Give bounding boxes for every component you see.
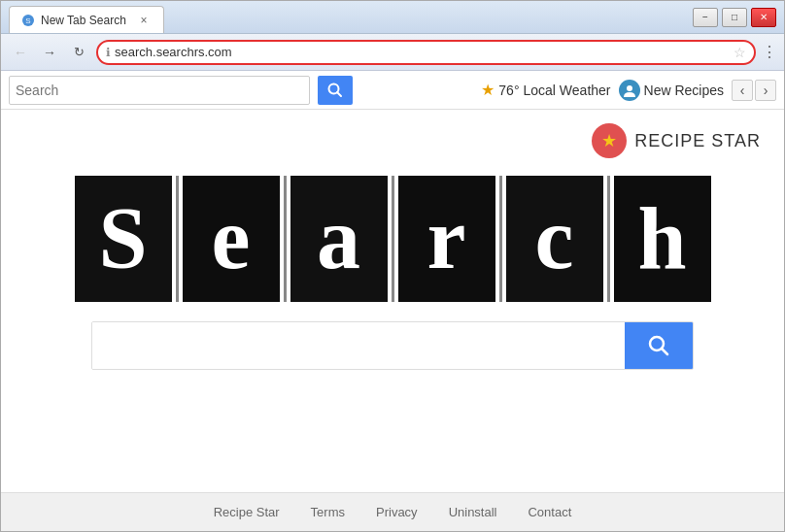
tab-area: S New Tab Search × [9, 1, 689, 33]
main-search-icon [648, 335, 669, 356]
logo-letter-a: a [317, 195, 360, 283]
page-content: ★ RECIPE STAR S e a r c [1, 110, 784, 492]
browser-tab[interactable]: S New Tab Search × [9, 6, 164, 33]
recipe-star-brand: RECIPE STAR [634, 131, 761, 151]
window-controls: − □ ✕ [693, 8, 776, 27]
logo-tile-a: a [290, 176, 388, 302]
prev-arrow-button[interactable]: ‹ [732, 80, 753, 101]
extension-bar: ★ 76° Local Weather New Recipes ‹ › [1, 71, 784, 110]
tile-divider-5 [607, 176, 610, 302]
bookmark-star-icon[interactable]: ☆ [734, 45, 746, 60]
navigation-toolbar: ← → ↻ ℹ search.searchrs.com ☆ ⋮ [1, 34, 784, 71]
weather-temp: 76° [498, 83, 519, 98]
refresh-button[interactable]: ↻ [67, 41, 90, 64]
svg-line-6 [662, 349, 667, 354]
footer-link-contact[interactable]: Contact [528, 505, 571, 519]
minimize-button[interactable]: − [693, 8, 718, 27]
recipes-widget[interactable]: New Recipes [619, 80, 724, 101]
person-icon [623, 83, 636, 97]
recipe-label-part2: STAR [705, 131, 761, 150]
close-button[interactable]: ✕ [751, 8, 776, 27]
logo-letter-r: r [427, 195, 466, 283]
tile-divider-3 [392, 176, 394, 302]
footer-link-recipe-star[interactable]: Recipe Star [214, 505, 280, 519]
tile-divider-4 [499, 176, 502, 302]
tab-favicon: S [21, 14, 35, 27]
browser-menu-button[interactable]: ⋮ [762, 43, 776, 61]
tab-title: New Tab Search [41, 14, 126, 27]
maximize-button[interactable]: □ [722, 8, 747, 27]
logo-letter-e: e [212, 195, 251, 283]
search-go-button[interactable] [318, 76, 353, 105]
main-search-button[interactable] [625, 322, 693, 369]
next-arrow-button[interactable]: › [755, 80, 776, 101]
recipe-label-part1: RECIPE [634, 131, 705, 150]
logo-letter-h: h [637, 195, 686, 283]
search-input[interactable] [16, 83, 303, 98]
browser-window: S New Tab Search × − □ ✕ ← → ↻ ℹ search.… [0, 0, 785, 532]
address-bar[interactable]: ℹ search.searchrs.com ☆ [96, 40, 756, 65]
svg-point-4 [627, 85, 632, 91]
footer-link-terms[interactable]: Terms [311, 505, 345, 519]
title-bar: S New Tab Search × − □ ✕ [1, 1, 784, 34]
page-footer: Recipe Star Terms Privacy Uninstall Cont… [1, 492, 784, 531]
recipe-star-header: ★ RECIPE STAR [592, 110, 784, 158]
weather-widget[interactable]: ★ 76° Local Weather [481, 81, 610, 99]
logo-tile-r: r [398, 176, 495, 302]
recipe-star-logo-icon: ★ [592, 123, 627, 158]
url-text: search.searchrs.com [115, 45, 730, 59]
search-input-wrap [9, 76, 310, 105]
info-icon: ℹ [106, 46, 111, 59]
tab-close-button[interactable]: × [136, 13, 152, 28]
logo-tile-h: h [614, 176, 711, 302]
footer-link-privacy[interactable]: Privacy [376, 505, 418, 519]
search-logo: S e a r c h [75, 176, 711, 302]
tile-divider-2 [284, 176, 287, 302]
logo-tile-c: c [506, 176, 603, 302]
tile-divider-1 [176, 176, 179, 302]
forward-button[interactable]: → [38, 41, 61, 64]
footer-link-uninstall[interactable]: Uninstall [449, 505, 497, 519]
logo-letter-c: c [535, 195, 574, 283]
main-search-bar [91, 321, 694, 370]
main-search-input[interactable] [92, 322, 625, 369]
weather-label: Local Weather [524, 83, 611, 98]
back-button[interactable]: ← [9, 41, 32, 64]
search-icon [327, 83, 343, 98]
carousel-nav: ‹ › [732, 80, 776, 101]
recipes-avatar-icon [619, 80, 640, 101]
logo-tile-s: S [75, 176, 172, 302]
star-symbol: ★ [601, 130, 617, 151]
logo-tile-e: e [183, 176, 280, 302]
svg-line-3 [337, 92, 341, 96]
logo-letter-s: S [98, 195, 147, 283]
svg-text:S: S [25, 17, 30, 25]
weather-star-icon: ★ [481, 81, 495, 99]
recipes-label: New Recipes [644, 83, 724, 98]
